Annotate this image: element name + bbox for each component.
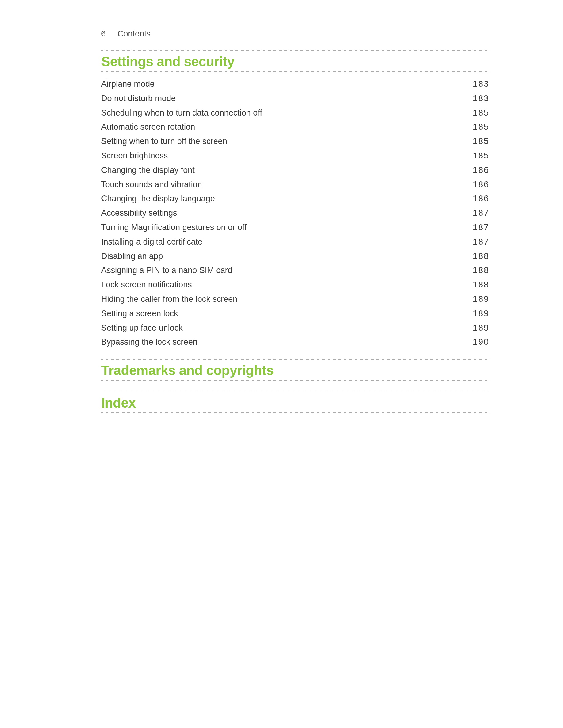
toc-row[interactable]: Airplane mode183 (101, 78, 489, 90)
toc-entry-label: Assigning a PIN to a nano SIM card (101, 265, 232, 276)
section-heading-bar: Index (101, 392, 489, 413)
toc-row[interactable]: Installing a digital certificate187 (101, 236, 489, 248)
section-heading[interactable]: Index (101, 395, 489, 411)
toc-entry-label: Installing a digital certificate (101, 236, 202, 248)
toc-row[interactable]: Screen brightness185 (101, 150, 489, 162)
toc-entry-label: Changing the display language (101, 193, 215, 205)
toc-row[interactable]: Lock screen notifications188 (101, 279, 489, 291)
toc-row[interactable]: Changing the display language186 (101, 193, 489, 205)
toc-entry-label: Setting a screen lock (101, 308, 178, 320)
toc-entry-label: Setting up face unlock (101, 322, 183, 334)
toc-entry-label: Touch sounds and vibration (101, 179, 202, 191)
toc-entry-page: 189 (473, 322, 489, 334)
toc-row[interactable]: Setting a screen lock189 (101, 308, 489, 320)
toc-entry-page: 183 (473, 93, 489, 104)
toc-entries: Airplane mode183Do not disturb mode183Sc… (101, 78, 489, 348)
toc-row[interactable]: Changing the display font186 (101, 165, 489, 176)
toc-entry-page: 185 (473, 150, 489, 162)
toc-entry-label: Hiding the caller from the lock screen (101, 294, 237, 305)
section-heading-bar: Settings and security (101, 50, 489, 72)
toc-entry-page: 188 (473, 251, 489, 262)
toc-entry-page: 189 (473, 294, 489, 305)
toc-entry-label: Screen brightness (101, 150, 168, 162)
toc-entry-page: 185 (473, 107, 489, 119)
toc-entry-label: Turning Magnification gestures on or off (101, 222, 246, 233)
toc-row[interactable]: Hiding the caller from the lock screen18… (101, 294, 489, 305)
toc-row[interactable]: Scheduling when to turn data connection … (101, 107, 489, 119)
page-header: 6 Contents (101, 29, 489, 39)
toc-entry-page: 185 (473, 121, 489, 133)
toc-entry-page: 190 (473, 336, 489, 348)
toc-entry-label: Airplane mode (101, 78, 154, 90)
toc-entry-page: 186 (473, 179, 489, 191)
toc-row[interactable]: Automatic screen rotation185 (101, 121, 489, 133)
toc-entry-label: Bypassing the lock screen (101, 336, 197, 348)
toc-row[interactable]: Setting up face unlock189 (101, 322, 489, 334)
toc-row[interactable]: Bypassing the lock screen190 (101, 336, 489, 348)
toc-entry-label: Setting when to turn off the screen (101, 136, 227, 147)
section-heading-bar: Trademarks and copyrights (101, 359, 489, 381)
toc-entry-page: 183 (473, 78, 489, 90)
toc-entry-label: Do not disturb mode (101, 93, 176, 104)
toc-entry-page: 188 (473, 265, 489, 276)
toc-entry-label: Automatic screen rotation (101, 121, 195, 133)
section-heading[interactable]: Settings and security (101, 54, 489, 69)
toc-row[interactable]: Disabling an app188 (101, 251, 489, 262)
toc-row[interactable]: Assigning a PIN to a nano SIM card188 (101, 265, 489, 276)
page-number: 6 (101, 29, 106, 39)
toc-entry-page: 186 (473, 193, 489, 205)
contents-title: Contents (117, 29, 150, 39)
toc-entry-page: 186 (473, 165, 489, 176)
toc-entry-label: Scheduling when to turn data connection … (101, 107, 262, 119)
toc-section: Settings and securityAirplane mode183Do … (101, 50, 489, 348)
toc-row[interactable]: Turning Magnification gestures on or off… (101, 222, 489, 233)
toc-container: Settings and securityAirplane mode183Do … (101, 50, 489, 413)
toc-entry-page: 185 (473, 136, 489, 147)
toc-row[interactable]: Touch sounds and vibration186 (101, 179, 489, 191)
toc-entry-label: Accessibility settings (101, 207, 177, 219)
toc-section: Index (101, 392, 489, 413)
toc-row[interactable]: Accessibility settings187 (101, 207, 489, 219)
toc-entry-page: 188 (473, 279, 489, 291)
toc-section: Trademarks and copyrights (101, 359, 489, 381)
toc-row[interactable]: Do not disturb mode183 (101, 93, 489, 104)
toc-entry-page: 187 (473, 207, 489, 219)
toc-entry-page: 187 (473, 236, 489, 248)
toc-row[interactable]: Setting when to turn off the screen185 (101, 136, 489, 147)
toc-entry-label: Changing the display font (101, 165, 195, 176)
section-heading[interactable]: Trademarks and copyrights (101, 363, 489, 378)
toc-entry-label: Lock screen notifications (101, 279, 192, 291)
toc-entry-label: Disabling an app (101, 251, 163, 262)
toc-entry-page: 189 (473, 308, 489, 320)
toc-entry-page: 187 (473, 222, 489, 233)
